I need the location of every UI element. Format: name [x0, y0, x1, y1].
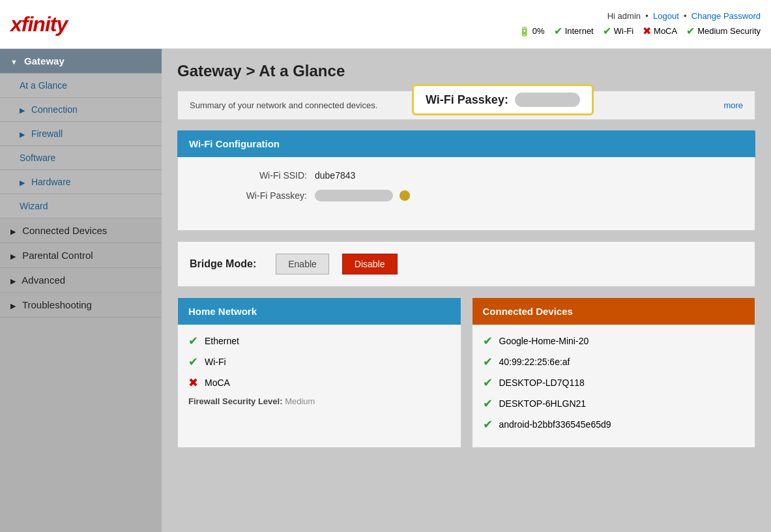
battery-status: 🔋 0% — [519, 26, 545, 37]
moca-status: ✖ MoCA — [643, 25, 677, 37]
moca-net-label: MoCA — [205, 377, 230, 388]
summary-text: Summary of your network and connected de… — [190, 100, 377, 110]
sidebar-item-connected-devices[interactable]: ▶ Connected Devices — [0, 218, 162, 243]
sidebar-item-connection[interactable]: ▶ Connection — [0, 98, 162, 122]
moca-x-icon-net: ✖ — [188, 376, 198, 390]
arrow-icon: ▼ — [10, 58, 18, 66]
device-item-2: ✔ DESKTOP-LD7Q118 — [483, 376, 745, 390]
device-check-icon-2: ✔ — [483, 376, 493, 390]
wifi-config-section: Wi-Fi Configuration Wi-Fi SSID: dube7843… — [177, 130, 755, 231]
wifi-net-label: Wi-Fi — [205, 357, 226, 367]
device-label-3: DESKTOP-6HLGN21 — [499, 398, 587, 409]
moca-label: MoCA — [654, 26, 677, 36]
device-label-0: Google-Home-Mini-20 — [499, 336, 589, 346]
sidebar-item-firewall[interactable]: ▶ Firewall — [0, 122, 162, 146]
security-status: ✔ Medium Security — [686, 25, 761, 37]
status-bar: 🔋 0% ✔ Internet ✔ Wi-Fi ✖ MoCA ✔ Medium … — [519, 25, 761, 37]
moca-item: ✖ MoCA — [188, 376, 450, 390]
disable-button[interactable]: Disable — [342, 254, 398, 274]
arrow-icon: ▶ — [20, 130, 25, 138]
bottom-row: Home Network ✔ Ethernet ✔ Wi-Fi ✖ MoCA — [177, 297, 755, 448]
tooltip-area: Summary of your network and connected de… — [177, 91, 755, 120]
device-label-4: android-b2bbf336545e65d9 — [499, 419, 611, 430]
logout-link[interactable]: Logout — [653, 11, 679, 21]
device-item-1: ✔ 40:99:22:25:6e:af — [483, 355, 745, 369]
sidebar: ▼ Gateway At a Glance ▶ Connection ▶ Fir… — [0, 49, 162, 532]
sidebar-item-parental-control[interactable]: ▶ Parental Control — [0, 243, 162, 268]
wifi-check-icon-net: ✔ — [188, 355, 198, 369]
arrow-icon: ▶ — [10, 277, 16, 285]
main-content: Gateway > At a Glance Summary of your ne… — [162, 49, 771, 532]
sidebar-item-hardware[interactable]: ▶ Hardware — [0, 170, 162, 194]
ethernet-label: Ethernet — [205, 336, 239, 346]
change-password-link[interactable]: Change Password — [691, 11, 761, 21]
arrow-icon: ▶ — [20, 179, 25, 186]
firewall-row: Firewall Security Level: Medium — [188, 396, 450, 406]
passkey-label: Wi-Fi Passkey: — [190, 190, 307, 201]
ssid-label: Wi-Fi SSID: — [190, 170, 307, 181]
connected-devices-body: ✔ Google-Home-Mini-20 ✔ 40:99:22:25:6e:a… — [473, 325, 755, 447]
wifi-config-header: Wi-Fi Configuration — [177, 130, 755, 157]
wifi-check-icon: ✔ — [603, 25, 611, 37]
more-link[interactable]: more — [723, 100, 743, 110]
page-title: Gateway > At a Glance — [177, 62, 755, 80]
internet-check-icon: ✔ — [554, 25, 562, 37]
home-network-body: ✔ Ethernet ✔ Wi-Fi ✖ MoCA Firewall Secur… — [178, 325, 461, 415]
device-check-icon-3: ✔ — [483, 396, 493, 411]
sidebar-item-advanced[interactable]: ▶ Advanced — [0, 268, 162, 293]
sidebar-item-software[interactable]: Software — [0, 146, 162, 170]
top-right: Hi admin • Logout • Change Password 🔋 0%… — [519, 11, 761, 37]
user-info: Hi admin • Logout • Change Password — [519, 11, 761, 21]
sidebar-item-at-a-glance[interactable]: At a Glance — [0, 74, 162, 98]
security-check-icon: ✔ — [686, 25, 695, 37]
bridge-mode-section: Bridge Mode: Enable Disable — [177, 241, 755, 287]
device-item-4: ✔ android-b2bbf336545e65d9 — [483, 417, 745, 432]
arrow-icon: ▶ — [10, 302, 16, 310]
moca-x-icon: ✖ — [643, 25, 651, 37]
home-network-header: Home Network — [178, 298, 461, 325]
sidebar-item-wizard[interactable]: Wizard — [0, 194, 162, 218]
passkey-value-blurred — [315, 190, 393, 201]
wifi-item: ✔ Wi-Fi — [188, 355, 450, 369]
wifi-ssid-field: Wi-Fi SSID: dube7843 — [190, 170, 743, 181]
sidebar-item-gateway[interactable]: ▼ Gateway — [0, 49, 162, 74]
home-network-card: Home Network ✔ Ethernet ✔ Wi-Fi ✖ MoCA — [177, 297, 461, 448]
tooltip-passkey-label: Wi-Fi Passkey: — [426, 93, 508, 107]
ssid-value: dube7843 — [315, 170, 355, 181]
wifi-status: ✔ Wi-Fi — [603, 25, 633, 37]
tooltip-passkey-value — [515, 93, 580, 107]
hi-admin: Hi admin — [607, 11, 641, 21]
device-check-icon-4: ✔ — [483, 417, 493, 432]
wifi-label: Wi-Fi — [614, 26, 633, 36]
internet-label: Internet — [565, 26, 594, 36]
security-label: Medium Security — [697, 26, 761, 36]
device-check-icon-0: ✔ — [483, 334, 493, 348]
bridge-mode-label: Bridge Mode: — [190, 258, 256, 270]
passkey-tooltip: Wi-Fi Passkey: — [412, 84, 594, 115]
device-item-0: ✔ Google-Home-Mini-20 — [483, 334, 745, 348]
device-check-icon-1: ✔ — [483, 355, 493, 369]
top-bar: xfinity Hi admin • Logout • Change Passw… — [0, 0, 771, 49]
wifi-config-body: Wi-Fi SSID: dube7843 Wi-Fi Passkey: — [177, 157, 755, 231]
xfinity-logo: xfinity — [10, 12, 67, 37]
ethernet-item: ✔ Ethernet — [188, 334, 450, 348]
device-item-3: ✔ DESKTOP-6HLGN21 — [483, 396, 745, 411]
arrow-icon: ▶ — [10, 228, 16, 235]
firewall-label: Firewall Security Level: — [188, 396, 283, 406]
connected-devices-card: Connected Devices ✔ Google-Home-Mini-20 … — [472, 297, 756, 448]
arrow-icon: ▶ — [20, 106, 25, 114]
battery-icon: 🔋 — [519, 26, 530, 37]
enable-button[interactable]: Enable — [276, 254, 329, 274]
device-label-2: DESKTOP-LD7Q118 — [499, 377, 585, 388]
arrow-icon: ▶ — [10, 252, 16, 260]
passkey-dot-icon — [400, 190, 410, 201]
ethernet-check-icon: ✔ — [188, 334, 198, 348]
connected-devices-header: Connected Devices — [473, 298, 755, 325]
sidebar-item-troubleshooting[interactable]: ▶ Troubleshooting — [0, 293, 162, 318]
internet-status: ✔ Internet — [554, 25, 594, 37]
layout: ▼ Gateway At a Glance ▶ Connection ▶ Fir… — [0, 49, 771, 532]
device-label-1: 40:99:22:25:6e:af — [499, 357, 570, 367]
battery-value: 0% — [532, 26, 545, 36]
firewall-value: Medium — [285, 396, 315, 406]
wifi-passkey-field: Wi-Fi Passkey: — [190, 190, 743, 201]
